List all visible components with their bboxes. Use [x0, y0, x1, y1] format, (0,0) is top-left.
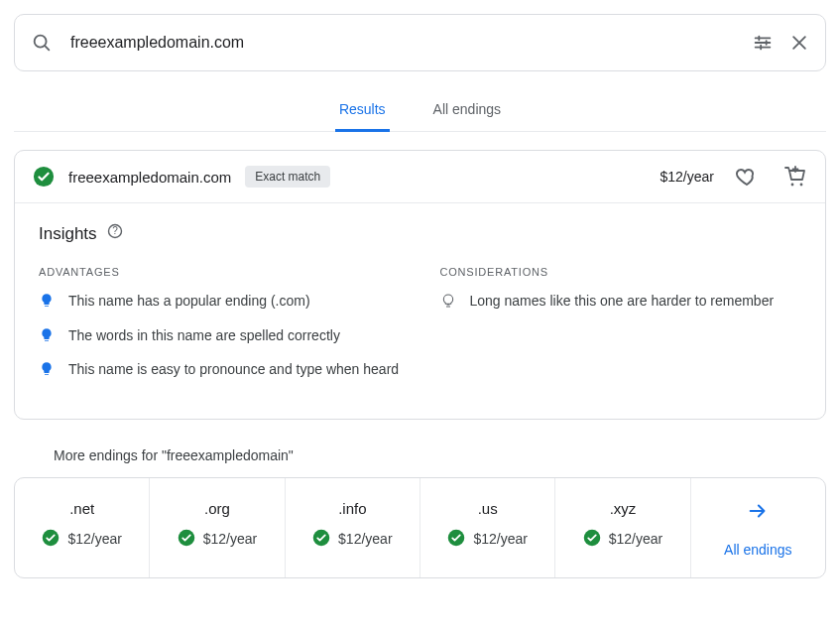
available-check-icon: [178, 529, 195, 550]
add-to-cart-icon[interactable]: [783, 165, 807, 189]
considerations-heading: CONSIDERATIONS: [440, 266, 802, 278]
ending-option[interactable]: .xyz $12/year: [555, 478, 690, 577]
ending-price: $12/year: [338, 531, 392, 547]
insights-title: Insights: [39, 224, 97, 244]
available-check-icon: [583, 529, 601, 550]
search-input[interactable]: [68, 33, 736, 53]
svg-text:?: ?: [112, 225, 118, 236]
ending-option[interactable]: .net $12/year: [15, 478, 150, 577]
result-header: freeexampledomain.com Exact match $12/ye…: [15, 151, 825, 203]
svg-point-4: [800, 184, 803, 187]
lightbulb-icon: [39, 361, 55, 383]
advantages-column: ADVANTAGES This name has a popular endin…: [39, 266, 401, 395]
ending-tld: .info: [338, 500, 366, 517]
advantage-text: The words in this name are spelled corre…: [68, 326, 340, 346]
svg-point-3: [791, 184, 794, 187]
ending-tld: .xyz: [610, 500, 637, 517]
ending-option[interactable]: .org $12/year: [150, 478, 285, 577]
ending-price: $12/year: [203, 531, 257, 547]
ending-option[interactable]: .info $12/year: [286, 478, 420, 577]
tab-all-endings[interactable]: All endings: [429, 91, 506, 132]
lightbulb-icon: [39, 293, 55, 315]
advantage-item: The words in this name are spelled corre…: [39, 326, 401, 349]
ending-tld: .org: [204, 500, 230, 517]
help-icon[interactable]: ?: [107, 223, 123, 244]
advantage-item: This name has a popular ending (.com): [39, 292, 401, 315]
ending-price: $12/year: [473, 531, 527, 547]
endings-grid: .net $12/year .org $12/year .info $12/ye…: [14, 477, 826, 578]
svg-line-1: [45, 46, 49, 50]
available-check-icon: [312, 529, 330, 550]
ending-tld: .us: [478, 500, 498, 517]
available-check-icon: [42, 529, 60, 550]
ending-tld: .net: [69, 500, 94, 517]
arrow-right-icon: [747, 500, 769, 528]
advantages-heading: ADVANTAGES: [39, 266, 401, 278]
advantage-item: This name is easy to pronounce and type …: [39, 360, 401, 383]
exact-match-badge: Exact match: [245, 166, 330, 188]
insights-section: Insights ? ADVANTAGES This name has a po…: [15, 203, 825, 419]
favorite-icon[interactable]: [734, 165, 758, 189]
close-icon[interactable]: [789, 33, 809, 53]
tune-icon[interactable]: [752, 32, 774, 54]
all-endings-link[interactable]: All endings: [691, 478, 825, 577]
available-check-icon: [33, 166, 55, 188]
search-icon: [31, 32, 53, 54]
advantage-text: This name has a popular ending (.com): [68, 292, 310, 312]
result-domain: freeexampledomain.com: [68, 169, 231, 186]
consideration-item: Long names like this one are harder to r…: [440, 292, 802, 315]
lightbulb-icon: [39, 327, 55, 349]
ending-price: $12/year: [67, 531, 121, 547]
all-endings-label: All endings: [724, 542, 792, 558]
ending-price: $12/year: [609, 531, 662, 547]
consideration-text: Long names like this one are harder to r…: [470, 292, 775, 312]
considerations-column: CONSIDERATIONS Long names like this one …: [440, 266, 802, 395]
tabs: Results All endings: [14, 91, 826, 132]
tab-results[interactable]: Results: [335, 91, 390, 132]
lightbulb-outline-icon: [440, 293, 456, 315]
search-bar: [14, 14, 826, 71]
ending-option[interactable]: .us $12/year: [420, 478, 555, 577]
result-price: $12/year: [660, 169, 714, 185]
available-check-icon: [447, 529, 465, 550]
insights-title-row: Insights ?: [39, 223, 801, 244]
advantage-text: This name is easy to pronounce and type …: [68, 360, 399, 380]
more-endings-heading: More endings for "freeexampledomain": [54, 447, 826, 463]
result-card: freeexampledomain.com Exact match $12/ye…: [14, 150, 826, 420]
